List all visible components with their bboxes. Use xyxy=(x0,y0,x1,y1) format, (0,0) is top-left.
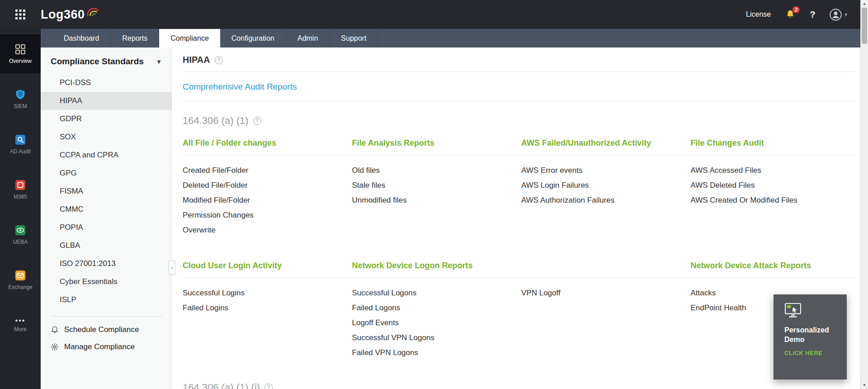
report-link[interactable]: Old files xyxy=(352,166,516,174)
report-link[interactable]: Permission Changes xyxy=(183,211,347,219)
tab-dashboard[interactable]: Dashboard xyxy=(52,29,111,47)
report-column: Successful Logons Failed Logons Logoff E… xyxy=(352,278,516,364)
compliance-standards-dropdown[interactable]: Compliance Standards ▾ xyxy=(41,47,171,74)
tab-reports[interactable]: Reports xyxy=(111,29,159,47)
mail-icon xyxy=(15,270,26,281)
report-link[interactable]: Successful VPN Logons xyxy=(352,334,516,342)
tab-configuration[interactable]: Configuration xyxy=(220,29,286,47)
report-category-heading[interactable]: All File / Folder changes xyxy=(183,138,347,155)
app-launcher-grid-icon[interactable] xyxy=(0,9,41,19)
scroll-up-arrow-icon[interactable]: ▲ xyxy=(861,0,868,8)
tab-support[interactable]: Support xyxy=(330,29,378,47)
help-icon[interactable]: ? xyxy=(810,9,815,20)
logo-text: Log360 xyxy=(41,8,85,22)
report-category-heading[interactable]: File Analysis Reports xyxy=(352,138,516,155)
report-link[interactable]: Failed Logins xyxy=(183,304,347,312)
section-code-text: 164.306 (a) (1) xyxy=(183,115,249,127)
demo-click-here-link[interactable]: CLICK HERE xyxy=(784,350,840,356)
sidebar-item-gpg[interactable]: GPG xyxy=(41,164,171,182)
scrollbar-thumb[interactable] xyxy=(862,8,867,44)
compliance-sidebar: Compliance Standards ▾ PCI-DSS HIPAA GDP… xyxy=(41,47,172,389)
sidebar-item-glba[interactable]: GLBA xyxy=(41,237,171,255)
help-circle-icon[interactable]: ? xyxy=(264,384,273,389)
sidebar-item-cyber-essentials[interactable]: Cyber Essentials xyxy=(41,273,171,291)
report-category-heading[interactable]: Network Device Logon Reports xyxy=(352,261,516,278)
report-link[interactable]: Modified File/Folder xyxy=(183,196,347,204)
report-link[interactable]: Stale files xyxy=(352,181,516,189)
sidebar-item-pci-dss[interactable]: PCI-DSS xyxy=(41,74,171,92)
help-circle-icon[interactable]: ? xyxy=(253,117,261,125)
report-link[interactable]: AWS Error events xyxy=(521,166,685,174)
shield-icon xyxy=(15,89,26,100)
collapse-chevron-icon: ‹ xyxy=(171,264,173,271)
rail-item-m365[interactable]: M365 xyxy=(0,170,41,209)
sidebar-item-popia[interactable]: POPIA xyxy=(41,218,171,237)
report-link[interactable]: Overwrite xyxy=(183,226,347,234)
chevron-down-icon: ▾ xyxy=(844,12,847,18)
report-link[interactable]: AWS Authorization Failures xyxy=(521,196,685,204)
sidebar-item-iso-27001[interactable]: ISO 27001:2013 xyxy=(41,255,171,273)
report-category-heading[interactable]: File Changes Audit xyxy=(691,138,855,155)
report-link[interactable]: VPN Logoff xyxy=(521,289,685,297)
sidebar-item-gdpr[interactable]: GDPR xyxy=(41,110,171,128)
sidebar-collapse-handle[interactable]: ‹ xyxy=(169,261,175,275)
rail-item-label: UEBA xyxy=(13,239,28,245)
notification-bell-icon[interactable]: 2 xyxy=(785,9,795,19)
tab-admin[interactable]: Admin xyxy=(286,29,330,47)
grid-icon xyxy=(15,9,25,19)
report-link[interactable]: Unmodified files xyxy=(352,196,516,204)
rail-item-overview[interactable]: Overview xyxy=(0,34,41,73)
report-link[interactable]: Deleted File/Folder xyxy=(183,181,347,189)
section-code-text: 164.306 (a) (1) (i) xyxy=(183,382,260,389)
report-grid: All File / Folder changes File Analysis … xyxy=(183,138,854,241)
report-link[interactable]: AWS Login Failures xyxy=(521,181,685,189)
report-link[interactable]: Logoff Events xyxy=(352,319,516,327)
scroll-down-arrow-icon[interactable]: ▼ xyxy=(861,381,868,389)
sidebar-item-fisma[interactable]: FISMA xyxy=(41,182,171,200)
schedule-compliance-button[interactable]: Schedule Compliance xyxy=(41,321,171,338)
manage-compliance-label: Manage Compliance xyxy=(64,342,135,351)
report-link[interactable]: AWS Created Or Modified Files xyxy=(691,196,855,204)
m365-icon xyxy=(15,180,26,190)
rail-item-more[interactable]: ••• More xyxy=(0,306,41,345)
tab-compliance[interactable]: Compliance xyxy=(159,29,220,47)
page-scrollbar[interactable]: ▲ ▼ xyxy=(860,0,868,389)
report-column: AWS Error events AWS Login Failures AWS … xyxy=(521,156,685,241)
report-column: AWS Accessed Files AWS Deleted Files AWS… xyxy=(691,156,855,241)
page-title: HIPAA xyxy=(183,55,210,65)
avatar-icon xyxy=(830,9,842,21)
report-link[interactable]: Failed Logons xyxy=(352,304,516,312)
section-code-heading: 164.306 (a) (1) ? xyxy=(183,115,854,127)
content-row: Compliance Standards ▾ PCI-DSS HIPAA GDP… xyxy=(41,47,868,389)
app-body: Overview SIEM AD Audit M365 xyxy=(0,29,868,389)
report-column: Successful Logins Failed Logins xyxy=(183,278,347,364)
report-column: Created File/Folder Deleted File/Folder … xyxy=(183,156,347,241)
logo-swoosh-icon xyxy=(86,6,100,19)
sidebar-item-sox[interactable]: SOX xyxy=(41,128,171,146)
sidebar-item-ccpa-cpra[interactable]: CCPA and CPRA xyxy=(41,146,171,164)
help-circle-icon[interactable]: ? xyxy=(215,56,223,64)
report-category-heading[interactable]: Network Device Attack Reports xyxy=(691,261,855,278)
notification-count-badge: 2 xyxy=(793,6,800,13)
license-link[interactable]: License xyxy=(746,10,771,19)
report-link[interactable]: Created File/Folder xyxy=(183,166,347,174)
report-link[interactable]: Successful Logons xyxy=(352,289,516,297)
comprehensive-audit-reports-link[interactable]: Comprehensive Audit Reports xyxy=(183,82,297,92)
report-link[interactable]: Failed VPN Logons xyxy=(352,349,516,356)
rail-item-siem[interactable]: SIEM xyxy=(0,80,41,119)
sidebar-item-cmmc[interactable]: CMMC xyxy=(41,200,171,218)
manage-compliance-button[interactable]: Manage Compliance xyxy=(41,338,171,356)
report-link[interactable]: AWS Accessed Files xyxy=(691,166,855,174)
personalized-demo-box[interactable]: Personalized Demo CLICK HERE xyxy=(774,294,847,380)
divider xyxy=(183,101,854,101)
report-category-heading[interactable]: Cloud User Login Activity xyxy=(183,261,347,278)
report-category-heading[interactable]: AWS Failed/Unauthorized Activity xyxy=(521,138,685,155)
user-avatar[interactable]: ▾ xyxy=(830,9,847,21)
rail-item-exchange[interactable]: Exchange xyxy=(0,261,41,299)
sidebar-item-islp[interactable]: ISLP xyxy=(41,291,171,309)
rail-item-ueba[interactable]: UEBA xyxy=(0,215,41,254)
report-link[interactable]: Successful Logins xyxy=(183,289,347,297)
report-link[interactable]: AWS Deleted Files xyxy=(691,181,855,189)
sidebar-item-hipaa[interactable]: HIPAA xyxy=(41,92,171,110)
rail-item-ad-audit[interactable]: AD Audit xyxy=(0,125,41,164)
